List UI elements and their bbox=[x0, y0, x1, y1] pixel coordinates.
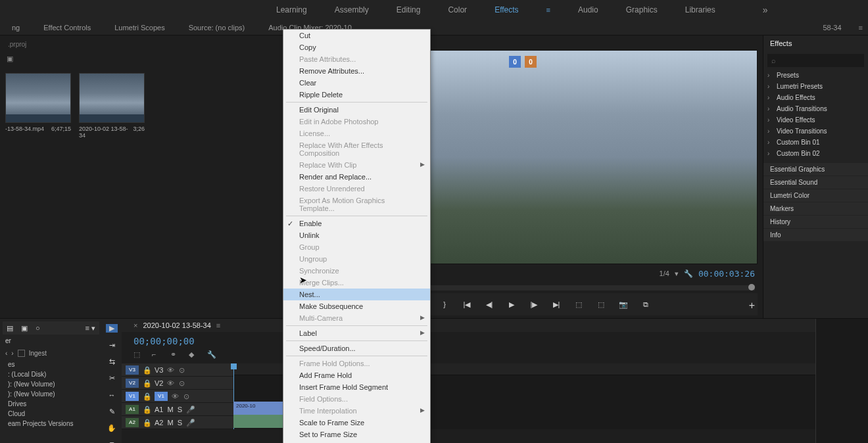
marker-icon[interactable]: ◆ bbox=[189, 350, 198, 360]
sequence-tab[interactable]: 2020-10-02 13-58-34 bbox=[143, 321, 210, 329]
workspace-tab-assembly[interactable]: Assembly bbox=[335, 5, 369, 14]
panel-tab-effect-controls[interactable]: Effect Controls bbox=[32, 24, 103, 32]
pen-tool-icon[interactable]: ✎ bbox=[106, 408, 118, 416]
program-timecode[interactable]: 00:00:03:26 bbox=[698, 269, 755, 279]
panel-markers[interactable]: Markers bbox=[763, 202, 868, 215]
context-menu-item[interactable]: Enable✓ bbox=[283, 218, 430, 229]
workspace-tab-color[interactable]: Color bbox=[448, 5, 467, 14]
context-menu-item[interactable]: Add Frame Hold bbox=[283, 369, 430, 381]
go-to-in-icon[interactable]: |◀ bbox=[462, 299, 472, 310]
sequence-close-icon[interactable]: × bbox=[133, 321, 137, 329]
effects-audio-transitions[interactable]: Audio Transitions bbox=[763, 103, 868, 114]
extract-icon[interactable]: ⬚ bbox=[596, 299, 606, 310]
workspace-tab-audio[interactable]: Audio bbox=[578, 5, 598, 14]
track-v1[interactable]: V1🔒V1👁⊙ bbox=[122, 390, 233, 403]
effects-video-effects[interactable]: Video Effects bbox=[763, 114, 868, 126]
workspace-tab-editing[interactable]: Editing bbox=[397, 5, 421, 14]
context-menu-item[interactable]: Edit Original bbox=[283, 104, 430, 116]
effects-custom-bin-2[interactable]: Custom Bin 02 bbox=[763, 148, 868, 159]
effects-custom-bin-1[interactable]: Custom Bin 01 bbox=[763, 137, 868, 148]
workspace-tab-graphics[interactable]: Graphics bbox=[626, 5, 658, 14]
voice-over-icon[interactable]: 🎤 bbox=[186, 406, 194, 413]
snap-icon[interactable]: ⌐ bbox=[152, 350, 161, 360]
sync-lock-icon[interactable]: ⊙ bbox=[179, 366, 187, 374]
dropdown-icon[interactable]: ▾ bbox=[675, 269, 679, 278]
track-a1[interactable]: A1🔒A1MS🎤 bbox=[122, 403, 233, 416]
voice-over-icon[interactable]: 🎤 bbox=[186, 419, 194, 427]
type-tool-icon[interactable]: T bbox=[106, 441, 118, 443]
track-v2[interactable]: V2🔒V2👁⊙ bbox=[122, 377, 233, 390]
back-icon[interactable]: ‹ bbox=[5, 350, 7, 357]
ripple-edit-tool-icon[interactable]: ⇆ bbox=[106, 358, 118, 366]
mb-item[interactable]: ): (New Volume) bbox=[3, 379, 99, 389]
razor-tool-icon[interactable]: ✂ bbox=[106, 374, 118, 383]
context-menu-item[interactable]: Ripple Delete bbox=[283, 89, 430, 101]
mb-item[interactable]: es bbox=[3, 360, 99, 369]
go-to-out-icon[interactable]: ▶| bbox=[551, 299, 562, 310]
hand-tool-icon[interactable]: ✋ bbox=[106, 424, 118, 432]
step-back-icon[interactable]: ◀| bbox=[484, 299, 494, 310]
nest-icon[interactable]: ⬚ bbox=[133, 350, 143, 360]
context-menu-item[interactable]: Copy bbox=[283, 41, 430, 53]
mark-out-icon[interactable]: } bbox=[439, 299, 450, 310]
panel-essential-graphics[interactable]: Essential Graphics bbox=[763, 163, 868, 175]
context-menu-item[interactable]: Render and Replace... bbox=[283, 171, 430, 183]
lift-icon[interactable]: ⬚ bbox=[573, 299, 584, 310]
button-editor-icon[interactable]: + bbox=[749, 300, 755, 312]
toggle-output-icon[interactable]: 👁 bbox=[167, 366, 175, 374]
panel-essential-sound[interactable]: Essential Sound bbox=[763, 176, 868, 189]
panel-tab-ng[interactable]: ng bbox=[0, 24, 32, 32]
context-menu-item[interactable]: Speed/Duration... bbox=[283, 342, 430, 354]
forward-icon[interactable]: › bbox=[11, 350, 13, 357]
panel-menu-icon[interactable]: ≡ ▾ bbox=[85, 324, 95, 333]
context-menu-item[interactable]: Make Subsequence bbox=[283, 300, 430, 312]
effects-presets[interactable]: Presets bbox=[763, 70, 868, 81]
lock-icon[interactable]: 🔒 bbox=[143, 419, 151, 427]
panel-tab-source[interactable]: Source: (no clips) bbox=[177, 24, 257, 32]
context-menu-item[interactable]: Unlink bbox=[283, 229, 430, 241]
lock-icon[interactable]: 🔒 bbox=[143, 379, 151, 387]
sync-lock-icon[interactable]: ⊙ bbox=[183, 392, 191, 400]
context-menu-item[interactable]: Set to Frame Size bbox=[283, 429, 430, 440]
panel-lumetri-color[interactable]: Lumetri Color bbox=[763, 189, 868, 202]
panel-tab-program-seq[interactable]: 58-34 bbox=[811, 24, 853, 32]
linked-selection-icon[interactable]: ⚭ bbox=[170, 350, 180, 360]
export-frame-icon[interactable]: 📷 bbox=[618, 299, 629, 310]
comparison-icon[interactable]: ⧉ bbox=[640, 299, 651, 310]
search-icon[interactable]: ○ bbox=[36, 324, 40, 332]
slip-tool-icon[interactable]: ↔ bbox=[106, 391, 118, 400]
wrench-icon[interactable]: 🔧 bbox=[684, 269, 693, 278]
context-menu-item[interactable]: Insert Frame Hold Segment bbox=[283, 381, 430, 393]
context-menu-item[interactable]: Scale to Frame Size bbox=[283, 417, 430, 429]
toggle-output-icon[interactable]: 👁 bbox=[167, 379, 175, 387]
track-select-tool-icon[interactable]: ⇥ bbox=[106, 340, 118, 349]
effects-audio-effects[interactable]: Audio Effects bbox=[763, 92, 868, 103]
new-bin-icon[interactable]: ▣ bbox=[21, 324, 28, 333]
sequence-menu-icon[interactable]: ≡ bbox=[216, 321, 220, 329]
timeline-timecode[interactable]: 00;00;00;00 bbox=[122, 332, 815, 350]
workspace-overflow-icon[interactable]: » bbox=[763, 5, 768, 15]
bin-icon[interactable]: ▣ bbox=[7, 55, 13, 63]
track-a2[interactable]: A2🔒A2MS🎤 bbox=[122, 416, 233, 429]
context-menu-item[interactable]: Nest... bbox=[283, 289, 430, 300]
list-view-icon[interactable]: ▤ bbox=[7, 324, 13, 333]
project-item-clip[interactable]: -13-58-34.mp46;47;15 bbox=[5, 73, 71, 139]
context-menu-item[interactable]: Clear bbox=[283, 77, 430, 89]
settings-icon[interactable]: 🔧 bbox=[207, 350, 216, 360]
workspace-menu-icon[interactable]: ≡ bbox=[546, 6, 550, 14]
context-menu-item[interactable]: Cut bbox=[283, 30, 430, 41]
track-v3[interactable]: V3🔒V3👁⊙ bbox=[122, 363, 233, 377]
lock-icon[interactable]: 🔒 bbox=[143, 406, 151, 413]
effects-video-transitions[interactable]: Video Transitions bbox=[763, 126, 868, 137]
lock-icon[interactable]: 🔒 bbox=[143, 366, 151, 374]
context-menu-item[interactable]: Label▶ bbox=[283, 327, 430, 339]
mb-item[interactable]: Cloud bbox=[3, 409, 99, 419]
sync-lock-icon[interactable]: ⊙ bbox=[179, 379, 187, 387]
effects-lumetri-presets[interactable]: Lumetri Presets bbox=[763, 81, 868, 92]
mb-item[interactable]: Drives bbox=[3, 399, 99, 409]
context-menu-item[interactable]: Remove Attributes... bbox=[283, 65, 430, 77]
step-forward-icon[interactable]: |▶ bbox=[529, 299, 539, 310]
mb-item[interactable]: eam Projects Versions bbox=[3, 419, 99, 429]
workspace-tab-effects[interactable]: Effects bbox=[494, 5, 518, 14]
effects-search[interactable]: ⌕ bbox=[767, 54, 864, 67]
